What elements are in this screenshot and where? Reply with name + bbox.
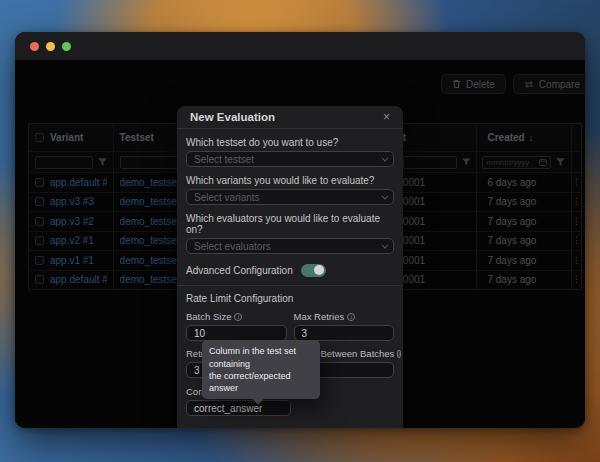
rate-limit-section-title: Rate Limit Configuration bbox=[186, 293, 394, 304]
info-icon[interactable]: i bbox=[234, 313, 242, 321]
max-retries-value: 3 bbox=[302, 328, 308, 339]
variants-select-placeholder: Select variants bbox=[194, 192, 260, 203]
evaluators-select-placeholder: Select evaluators bbox=[194, 241, 271, 252]
advanced-config-label: Advanced Configuration bbox=[186, 265, 293, 276]
variants-field-label: Which variants you would like to evaluat… bbox=[186, 175, 394, 186]
app-content: Delete Compare Variant Testset bbox=[15, 60, 585, 428]
correct-answer-input[interactable]: correct_answer bbox=[186, 400, 291, 416]
testset-field-label: Which testset do you want to use? bbox=[186, 137, 394, 148]
chevron-down-icon bbox=[381, 241, 388, 248]
info-icon[interactable]: i bbox=[397, 350, 400, 358]
correct-answer-value: correct_answer bbox=[194, 403, 262, 414]
max-retries-input[interactable]: 3 bbox=[294, 325, 395, 341]
chevron-down-icon bbox=[381, 192, 388, 199]
toggle-knob bbox=[314, 265, 324, 275]
batch-size-value: 10 bbox=[194, 328, 205, 339]
traffic-light-zoom-icon[interactable] bbox=[62, 42, 71, 51]
close-icon[interactable]: × bbox=[383, 111, 390, 123]
new-evaluation-modal: New Evaluation × Which testset do you wa… bbox=[177, 106, 403, 428]
info-icon[interactable]: i bbox=[347, 313, 355, 321]
tooltip-line-1: Column in the test set containing bbox=[209, 345, 313, 369]
correct-answer-tooltip: Column in the test set containing the co… bbox=[202, 340, 320, 399]
evaluators-select[interactable]: Select evaluators bbox=[186, 238, 394, 254]
advanced-config-toggle[interactable] bbox=[301, 264, 326, 277]
tooltip-line-2: the correct/expected answer bbox=[209, 370, 313, 394]
chevron-down-icon bbox=[381, 154, 388, 161]
testset-select[interactable]: Select testset bbox=[186, 151, 394, 167]
retry-delay-value: 3 bbox=[194, 365, 200, 376]
batch-size-input[interactable]: 10 bbox=[186, 325, 287, 341]
divider bbox=[177, 285, 403, 286]
desktop-wallpaper: Delete Compare Variant Testset bbox=[0, 0, 600, 462]
traffic-light-minimize-icon[interactable] bbox=[46, 42, 55, 51]
batch-size-label: Batch Size bbox=[186, 311, 231, 322]
max-retries-label: Max Retries bbox=[294, 311, 345, 322]
variants-select[interactable]: Select variants bbox=[186, 189, 394, 205]
window-titlebar[interactable] bbox=[15, 32, 585, 60]
modal-title: New Evaluation bbox=[190, 111, 275, 123]
app-window: Delete Compare Variant Testset bbox=[15, 32, 585, 428]
traffic-light-close-icon[interactable] bbox=[30, 42, 39, 51]
evaluators-field-label: Which evaluators you would like to evalu… bbox=[186, 213, 394, 235]
testset-select-placeholder: Select testset bbox=[194, 154, 254, 165]
